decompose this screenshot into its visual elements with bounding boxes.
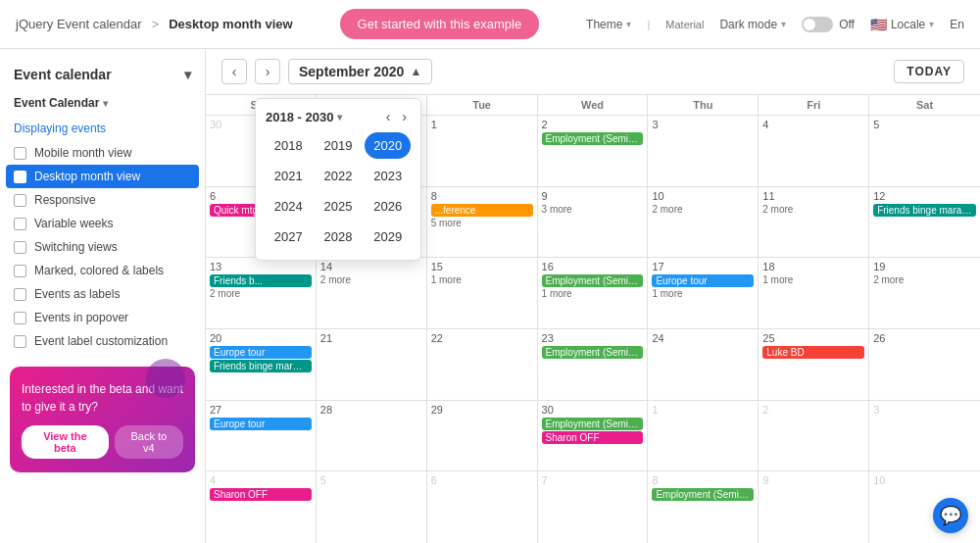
more-events-link[interactable]: 1 more <box>542 288 644 299</box>
month-selector[interactable]: September 2020 ▲ <box>288 59 432 84</box>
calendar-cell-5-3[interactable]: 7 <box>538 471 649 543</box>
calendar-cell-3-6[interactable]: 26 <box>869 329 980 400</box>
year-cell-2020[interactable]: 2020 <box>365 132 411 159</box>
event-pill[interactable]: Employment (Semi-... <box>542 346 644 359</box>
event-pill[interactable]: Friends binge marat... <box>210 360 312 372</box>
prev-month-button[interactable]: ‹ <box>221 59 247 84</box>
year-cell-2025[interactable]: 2025 <box>316 193 362 220</box>
year-prev-button[interactable]: ‹ <box>382 109 395 124</box>
calendar-cell-1-6[interactable]: 12Friends binge marat... <box>869 187 980 258</box>
event-pill[interactable]: ...ference <box>431 204 533 217</box>
event-pill[interactable]: Luke BD <box>762 346 864 359</box>
event-pill[interactable]: Employment (Semi-... <box>652 488 754 501</box>
sidebar-item-desktop-month-view[interactable]: Desktop month view <box>6 165 199 188</box>
event-pill[interactable]: Sharon OFF <box>542 431 644 444</box>
calendar-cell-0-4[interactable]: 3 <box>648 116 759 186</box>
more-events-link[interactable]: 2 more <box>762 204 864 215</box>
sidebar-item-marked-colored[interactable]: Marked, colored & labels <box>0 259 205 282</box>
more-events-link[interactable]: 3 more <box>542 204 644 215</box>
checkbox-events-popover[interactable] <box>14 312 26 324</box>
breadcrumb-link[interactable]: jQuery Event calendar <box>16 17 142 31</box>
checkbox-variable[interactable] <box>14 218 26 230</box>
calendar-cell-2-3[interactable]: 16Employment (Semi-...1 more <box>538 258 649 328</box>
calendar-cell-3-1[interactable]: 21 <box>317 329 427 400</box>
calendar-cell-3-4[interactable]: 24 <box>648 329 759 400</box>
year-cell-2024[interactable]: 2024 <box>266 193 312 220</box>
checkbox-events-labels[interactable] <box>14 288 26 301</box>
more-events-link[interactable]: 1 more <box>431 274 533 285</box>
more-events-link[interactable]: 2 more <box>873 274 976 285</box>
calendar-cell-3-5[interactable]: 25Luke BD <box>759 329 869 400</box>
calendar-cell-0-6[interactable]: 5 <box>869 116 980 186</box>
event-pill[interactable]: Sharon OFF <box>210 488 312 501</box>
more-events-link[interactable]: 1 more <box>762 274 864 285</box>
calendar-cell-5-0[interactable]: 4Sharon OFF <box>206 471 317 543</box>
calendar-cell-5-4[interactable]: 8Employment (Semi-... <box>648 471 759 543</box>
more-events-link[interactable]: 5 more <box>431 218 533 228</box>
dark-mode-toggle[interactable] <box>802 17 833 32</box>
calendar-cell-5-1[interactable]: 5 <box>317 471 427 543</box>
event-pill[interactable]: Europe tour <box>210 418 312 430</box>
year-cell-2026[interactable]: 2026 <box>365 193 411 220</box>
calendar-cell-1-5[interactable]: 112 more <box>759 187 869 258</box>
calendar-cell-3-3[interactable]: 23Employment (Semi-... <box>538 329 649 400</box>
year-cell-2018[interactable]: 2018 <box>266 132 312 159</box>
year-cell-2021[interactable]: 2021 <box>266 163 312 189</box>
year-cell-2023[interactable]: 2023 <box>365 163 411 189</box>
calendar-cell-3-2[interactable]: 22 <box>427 329 538 400</box>
calendar-cell-2-2[interactable]: 151 more <box>427 258 538 328</box>
checkbox-switching[interactable] <box>14 241 26 254</box>
calendar-cell-0-5[interactable]: 4 <box>759 116 869 186</box>
event-pill[interactable]: Friends b... <box>210 274 312 287</box>
calendar-cell-5-2[interactable]: 6 <box>427 471 538 543</box>
calendar-cell-1-4[interactable]: 102 more <box>648 187 759 258</box>
checkbox-responsive[interactable] <box>14 194 26 207</box>
checkbox-mobile[interactable] <box>14 147 26 160</box>
get-started-button[interactable]: Get started with this example <box>340 9 540 39</box>
calendar-cell-0-2[interactable]: 1 <box>427 116 538 186</box>
checkbox-event-label-custom[interactable] <box>14 335 26 348</box>
sidebar-item-variable-weeks[interactable]: Variable weeks <box>0 212 205 235</box>
more-events-link[interactable]: 2 more <box>652 204 754 215</box>
theme-option[interactable]: Theme ▾ <box>586 18 631 31</box>
calendar-cell-2-5[interactable]: 181 more <box>759 258 869 328</box>
year-cell-2028[interactable]: 2028 <box>316 223 362 250</box>
calendar-cell-4-1[interactable]: 28 <box>317 401 427 471</box>
calendar-cell-1-2[interactable]: 8...ference5 more <box>427 187 538 258</box>
more-events-link[interactable]: 1 more <box>652 288 754 299</box>
calendar-cell-0-3[interactable]: 2Employment (Semi-... <box>538 116 649 186</box>
sidebar-item-responsive[interactable]: Responsive <box>0 188 205 212</box>
sidebar-item-events-popover[interactable]: Events in popover <box>0 306 205 329</box>
sidebar-chevron-icon[interactable]: ▾ <box>184 67 191 82</box>
more-events-link[interactable]: 2 more <box>320 274 422 285</box>
sidebar-item-mobile-month-view[interactable]: Mobile month view <box>0 141 205 165</box>
chat-bubble[interactable]: 💬 <box>933 498 968 533</box>
view-beta-button[interactable]: View the beta <box>22 425 109 459</box>
calendar-cell-4-0[interactable]: 27Europe tour <box>206 401 317 471</box>
event-pill[interactable]: Employment (Semi-... <box>542 418 644 430</box>
sidebar-item-event-label-custom[interactable]: Event label customization <box>0 329 205 353</box>
calendar-cell-4-3[interactable]: 30Employment (Semi-...Sharon OFF <box>538 401 649 471</box>
sidebar-item-events-labels[interactable]: Events as labels <box>0 282 205 306</box>
calendar-cell-2-6[interactable]: 192 more <box>869 258 980 328</box>
dark-mode-option[interactable]: Dark mode ▾ <box>719 18 786 31</box>
calendar-cell-4-5[interactable]: 2 <box>759 401 869 471</box>
event-pill[interactable]: Employment (Semi-... <box>542 132 644 145</box>
year-next-button[interactable]: › <box>398 109 411 124</box>
calendar-cell-1-3[interactable]: 93 more <box>538 187 649 258</box>
event-pill[interactable]: Europe tour <box>652 274 754 287</box>
event-pill[interactable]: Employment (Semi-... <box>542 274 644 287</box>
back-to-v4-button[interactable]: Back to v4 <box>115 425 183 459</box>
sidebar-item-switching-views[interactable]: Switching views <box>0 235 205 259</box>
calendar-cell-4-6[interactable]: 3 <box>869 401 980 471</box>
year-cell-2019[interactable]: 2019 <box>316 132 362 159</box>
calendar-cell-2-0[interactable]: 13Friends b...2 more <box>206 258 317 328</box>
calendar-cell-5-5[interactable]: 9 <box>759 471 869 543</box>
more-events-link[interactable]: 2 more <box>210 288 312 299</box>
calendar-cell-4-4[interactable]: 1 <box>648 401 759 471</box>
event-pill[interactable]: Friends binge marat... <box>873 204 976 217</box>
locale-option[interactable]: 🇺🇸 Locale ▾ <box>870 17 934 32</box>
calendar-cell-3-0[interactable]: 20Europe tourFriends binge marat... <box>206 329 317 400</box>
event-pill[interactable]: Europe tour <box>210 346 312 359</box>
checkbox-marked[interactable] <box>14 265 26 277</box>
